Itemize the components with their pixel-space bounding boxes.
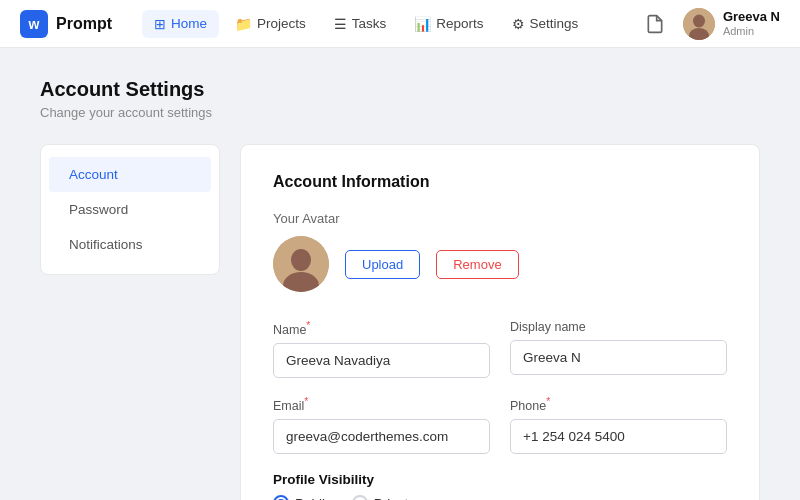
brand[interactable]: w Prompt [20, 10, 112, 38]
avatar-label: Your Avatar [273, 211, 727, 226]
display-name-label: Display name [510, 320, 727, 334]
settings-icon: ⚙ [512, 16, 525, 32]
navbar: w Prompt ⊞ Home 📁 Projects ☰ Tasks 📊 Rep… [0, 0, 800, 48]
user-avatar [683, 8, 715, 40]
avatar-image [273, 236, 329, 292]
nav-item-settings[interactable]: ⚙ Settings [500, 10, 591, 38]
projects-icon: 📁 [235, 16, 252, 32]
sidebar-item-notifications[interactable]: Notifications [49, 227, 211, 262]
display-name-group: Display name [510, 320, 727, 378]
navbar-right: Greeva N Admin [639, 8, 780, 40]
notification-icon[interactable] [639, 8, 671, 40]
phone-label: Phone* [510, 396, 727, 413]
section-title: Account Information [273, 173, 727, 191]
contact-row: Email* Phone* [273, 396, 727, 454]
profile-private-option[interactable]: Private [352, 495, 416, 500]
user-info[interactable]: Greeva N Admin [683, 8, 780, 40]
email-label: Email* [273, 396, 490, 413]
user-role: Admin [723, 25, 780, 38]
name-input[interactable] [273, 343, 490, 378]
profile-public-option[interactable]: Public [273, 495, 332, 500]
home-icon: ⊞ [154, 16, 166, 32]
settings-layout: Account Password Notifications Account I… [40, 144, 760, 500]
avatar-row: Upload Remove [273, 236, 727, 292]
sidebar-item-account[interactable]: Account [49, 157, 211, 192]
phone-group: Phone* [510, 396, 727, 454]
user-text: Greeva N Admin [723, 9, 780, 38]
name-label: Name* [273, 320, 490, 337]
page-content: Account Settings Change your account set… [0, 48, 800, 500]
tasks-icon: ☰ [334, 16, 347, 32]
page-subtitle: Change your account settings [40, 105, 760, 120]
svg-point-4 [291, 249, 311, 271]
user-name: Greeva N [723, 9, 780, 25]
reports-icon: 📊 [414, 16, 431, 32]
nav-item-projects[interactable]: 📁 Projects [223, 10, 318, 38]
display-name-input[interactable] [510, 340, 727, 375]
nav-links: ⊞ Home 📁 Projects ☰ Tasks 📊 Reports ⚙ Se… [142, 10, 639, 38]
avatar-section: Your Avatar Upload Remove [273, 211, 727, 292]
brand-logo: w [20, 10, 48, 38]
nav-item-reports[interactable]: 📊 Reports [402, 10, 495, 38]
nav-item-tasks[interactable]: ☰ Tasks [322, 10, 399, 38]
phone-input[interactable] [510, 419, 727, 454]
brand-name: Prompt [56, 15, 112, 33]
profile-visibility-section: Profile Visibility Public Private Making… [273, 472, 727, 500]
name-row: Name* Display name [273, 320, 727, 378]
sidebar-item-password[interactable]: Password [49, 192, 211, 227]
profile-visibility-title: Profile Visibility [273, 472, 727, 487]
svg-point-1 [693, 14, 705, 27]
email-input[interactable] [273, 419, 490, 454]
page-title: Account Settings [40, 78, 760, 101]
name-group: Name* [273, 320, 490, 378]
email-group: Email* [273, 396, 490, 454]
profile-public-radio[interactable] [273, 495, 289, 500]
remove-avatar-button[interactable]: Remove [436, 250, 518, 279]
nav-item-home[interactable]: ⊞ Home [142, 10, 219, 38]
settings-sidebar: Account Password Notifications [40, 144, 220, 275]
profile-visibility-options: Public Private [273, 495, 727, 500]
upload-button[interactable]: Upload [345, 250, 420, 279]
profile-private-radio[interactable] [352, 495, 368, 500]
settings-main: Account Information Your Avatar Upload R… [240, 144, 760, 500]
